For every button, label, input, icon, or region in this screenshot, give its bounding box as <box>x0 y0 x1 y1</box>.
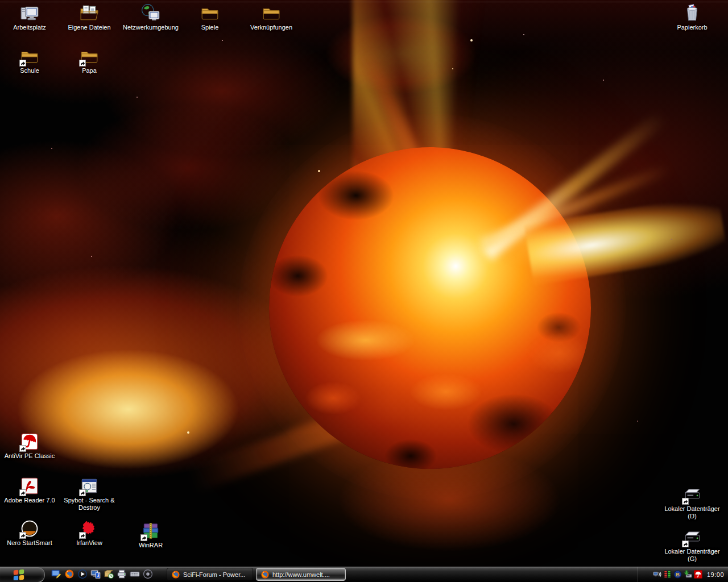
desktop-icon-adobe-reader[interactable]: Adobe Reader 7.0 <box>1 476 58 504</box>
taskbar-window-scifi-forum[interactable]: SciFi-Forum - Power... <box>167 568 253 581</box>
system-info-icon[interactable] <box>90 569 101 579</box>
folder-icon <box>262 3 281 23</box>
firefox-icon <box>171 570 180 579</box>
desktop-icon-irfanview[interactable]: IrfanView <box>61 519 118 547</box>
traffic-meter-icon[interactable] <box>663 570 672 579</box>
desktop-icon-label: Papierkorb <box>664 24 721 31</box>
shortcut-arrow-icon <box>19 532 26 539</box>
desktop-icon-antivir[interactable]: AntiVir PE Classic <box>1 432 58 460</box>
quick-launch-bar <box>51 569 153 579</box>
desktop-icon-papierkorb[interactable]: Papierkorb <box>664 3 721 31</box>
desktop-icon-spybot[interactable]: Spybot - Search & Destroy <box>55 476 123 512</box>
blue-badge-icon[interactable] <box>673 570 682 579</box>
desktop-icon-label: IrfanView <box>61 539 118 547</box>
antivir-guard-icon[interactable] <box>694 570 702 579</box>
shortcut-arrow-icon <box>79 60 86 66</box>
shortcut-arrow-icon <box>140 534 147 541</box>
taskbar-window-title: SciFi-Forum - Power... <box>183 571 245 578</box>
printer-icon[interactable] <box>117 569 127 579</box>
shortcut-arrow-icon <box>79 489 86 496</box>
desktop-icon-label: Arbeitsplatz <box>1 24 58 31</box>
software-package-icon[interactable] <box>104 569 114 579</box>
desktop-icon-label: AntiVir PE Classic <box>1 452 58 460</box>
show-desktop-icon[interactable] <box>51 569 61 579</box>
desktop-icon-label: Eigene Dateien <box>61 24 118 31</box>
desktop-icon-label: Adobe Reader 7.0 <box>1 497 58 504</box>
my-computer-icon <box>20 3 39 23</box>
system-tray: 19:00 <box>638 567 728 582</box>
taskbar-clock[interactable]: 19:00 <box>707 571 724 578</box>
desktop-icon-datentraeger-g[interactable]: Lokaler Datenträger (G) <box>661 527 723 563</box>
desktop-icon-label: WinRAR <box>122 542 179 549</box>
desktop-icon-schule[interactable]: Schule <box>1 47 58 74</box>
desktop-icon-label: Spybot - Search & Destroy <box>55 497 123 512</box>
desktop-icon-label: Verknüpfungen <box>243 24 300 31</box>
desktop-icon-label: Papa <box>61 67 118 74</box>
shortcut-arrow-icon <box>19 60 26 66</box>
desktop-icon-label: Netzwerkumgebung <box>119 24 182 31</box>
desktop-icon-label: Schule <box>1 67 58 74</box>
wallpaper-stars <box>0 0 1 1</box>
taskbar: SciFi-Forum - Power... http://www.umwelt… <box>0 567 728 582</box>
wallpaper-top-line <box>0 2 728 2</box>
folder-icon <box>200 3 220 23</box>
windows-logo-icon <box>11 569 26 580</box>
shortcut-arrow-icon <box>19 445 26 452</box>
start-button[interactable] <box>0 567 45 582</box>
desktop-icon-spiele[interactable]: Spiele <box>181 3 238 31</box>
shortcut-arrow-icon <box>682 498 689 505</box>
desktop-icon-label: Spiele <box>181 24 238 31</box>
shortcut-arrow-icon <box>79 532 86 539</box>
gray-sphere-icon[interactable] <box>643 570 651 579</box>
screen: Arbeitsplatz Eigene Dateien Netzwerkumge… <box>0 0 728 582</box>
desktop-icon-label: Nero StartSmart <box>1 539 58 547</box>
taskbar-window-umwelt[interactable]: http://www.umwelt.... <box>256 568 346 581</box>
desktop-icon-nero[interactable]: Nero StartSmart <box>1 519 58 547</box>
keyboard-icon[interactable] <box>130 569 140 579</box>
desktop-icon-winrar[interactable]: WinRAR <box>122 521 179 549</box>
desktop-icon-label: Lokaler Datenträger (G) <box>661 548 723 563</box>
safely-remove-icon[interactable] <box>684 570 692 579</box>
desktop-icon-netzwerkumgebung[interactable]: Netzwerkumgebung <box>119 3 182 31</box>
desktop-icon-label: Lokaler Datenträger (D) <box>661 505 723 520</box>
taskbar-window-title: http://www.umwelt.... <box>272 571 330 578</box>
network-status-icon[interactable] <box>653 570 661 579</box>
firefox-icon <box>260 570 270 579</box>
firefox-icon[interactable] <box>64 569 75 579</box>
desktop-icon-verknuepfungen[interactable]: Verknüpfungen <box>243 3 300 31</box>
desktop-icon-datentraeger-d[interactable]: Lokaler Datenträger (D) <box>661 485 723 520</box>
my-documents-icon <box>80 3 99 23</box>
network-places-icon <box>141 3 160 23</box>
desktop-icon-arbeitsplatz[interactable]: Arbeitsplatz <box>1 3 58 31</box>
recycle-bin-icon <box>682 3 702 23</box>
cd-disc-icon[interactable] <box>143 569 153 579</box>
desktop-icon-papa[interactable]: Papa <box>61 47 118 74</box>
wallpaper-planet <box>269 147 591 469</box>
media-player-icon[interactable] <box>77 569 88 579</box>
desktop-icon-eigene-dateien[interactable]: Eigene Dateien <box>61 3 118 31</box>
shortcut-arrow-icon <box>19 489 26 496</box>
shortcut-arrow-icon <box>682 541 689 547</box>
